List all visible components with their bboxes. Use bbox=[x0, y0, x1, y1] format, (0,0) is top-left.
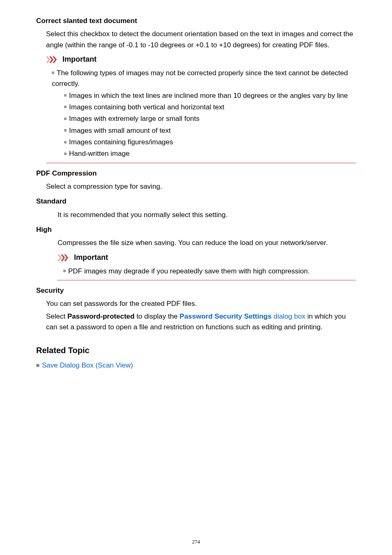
important-2-title: Important bbox=[74, 252, 108, 264]
important-callout-1-head: Important bbox=[46, 54, 356, 65]
standard-para: It is recommended that you normally sele… bbox=[58, 210, 356, 220]
correct-para: Select this checkbox to detect the docum… bbox=[46, 29, 356, 51]
svg-marker-3 bbox=[58, 254, 62, 261]
important-1-title: Important bbox=[62, 54, 97, 65]
list-item: Images containing both vertical and hori… bbox=[69, 103, 224, 111]
pdf-compression-para: Select a compression type for saving. bbox=[46, 181, 356, 192]
security-heading: Security bbox=[36, 285, 356, 296]
security-p2a: Select bbox=[46, 312, 67, 320]
important-2-item: PDF images may degrade if you repeatedly… bbox=[68, 267, 310, 275]
related-topic-link-row: Save Dialog Box (Scan View) bbox=[36, 360, 356, 371]
svg-marker-0 bbox=[46, 56, 50, 63]
security-para2: Select Password-protected to display the… bbox=[46, 311, 356, 333]
password-protected-label: Password-protected bbox=[67, 312, 134, 320]
square-bullet-icon bbox=[52, 72, 54, 74]
square-bullet-icon bbox=[64, 118, 67, 120]
standard-heading: Standard bbox=[36, 196, 356, 207]
correct-heading: Correct slanted text document bbox=[36, 16, 356, 26]
list-item: Images with small amount of text bbox=[69, 127, 171, 134]
list-item: Images in which the text lines are incli… bbox=[69, 92, 348, 99]
square-bullet-icon bbox=[64, 141, 67, 143]
square-bullet-icon bbox=[63, 270, 66, 272]
square-bullet-icon bbox=[64, 94, 67, 97]
important-1-body: The following types of images may not be… bbox=[46, 68, 356, 163]
square-bullet-icon bbox=[64, 129, 67, 132]
page-number: 274 bbox=[0, 538, 392, 546]
list-item: Hand-written image bbox=[69, 150, 129, 157]
important-2-body: PDF images may degrade if you repeatedly… bbox=[58, 266, 356, 280]
high-heading: High bbox=[36, 224, 356, 235]
security-p2b: to display the bbox=[134, 312, 180, 320]
chevrons-right-icon bbox=[46, 56, 60, 63]
important-callout-2-head: Important bbox=[58, 252, 356, 264]
list-item: Images containing figures/images bbox=[69, 138, 173, 146]
square-bullet-icon bbox=[64, 106, 67, 108]
square-bullet-icon bbox=[64, 153, 67, 155]
high-para: Compresses the file size when saving. Yo… bbox=[58, 238, 356, 248]
list-item: Images with extremely large or small fon… bbox=[69, 115, 199, 123]
dialog-box-link-tail[interactable]: dialog box bbox=[272, 312, 305, 320]
password-security-settings-link[interactable]: Password Security Settings bbox=[180, 312, 272, 320]
related-topic-heading: Related Topic bbox=[36, 344, 356, 357]
pdf-compression-heading: PDF Compression bbox=[36, 168, 356, 179]
circle-bullet-icon bbox=[36, 364, 39, 367]
save-dialog-box-link[interactable]: Save Dialog Box (Scan View) bbox=[42, 361, 133, 369]
chevrons-right-icon bbox=[58, 254, 71, 261]
important-1-lead: The following types of images may not be… bbox=[52, 69, 348, 88]
security-para1: You can set passwords for the created PD… bbox=[46, 298, 356, 309]
